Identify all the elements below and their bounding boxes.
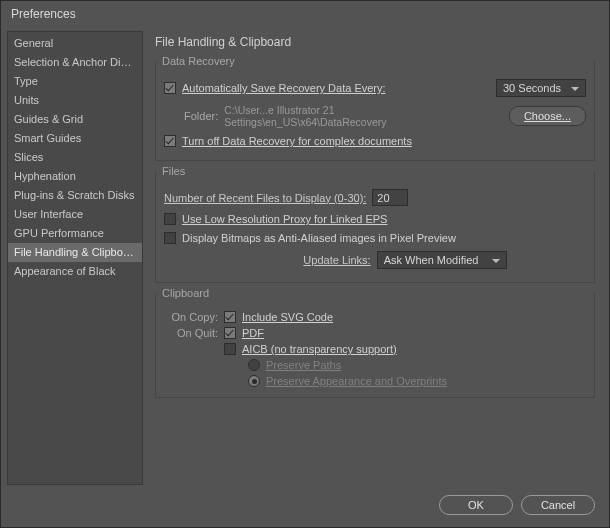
preserve-paths-radio: Preserve Paths [248,359,341,371]
auto-save-checkbox[interactable]: Automatically Save Recovery Data Every: [164,82,386,94]
group-label-data-recovery: Data Recovery [158,55,239,67]
sidebar-item-general[interactable]: General [8,34,142,53]
recent-files-label: Number of Recent Files to Display (0-30)… [164,192,366,204]
group-label-files: Files [158,165,189,177]
sidebar-item-plugins-scratch[interactable]: Plug-ins & Scratch Disks [8,186,142,205]
cancel-button[interactable]: Cancel [521,495,595,515]
sidebar-item-file-handling[interactable]: File Handling & Clipboard [8,243,142,262]
sidebar-item-units[interactable]: Units [8,91,142,110]
ok-button[interactable]: OK [439,495,513,515]
preserve-appearance-label: Preserve Appearance and Overprints [266,375,447,387]
recent-files-input[interactable] [372,189,408,206]
radio-icon [248,359,260,371]
aicb-label: AICB (no transparency support) [242,343,397,355]
recovery-interval-select[interactable]: 30 Seconds [496,79,586,97]
page-title: File Handling & Clipboard [155,35,595,49]
pdf-checkbox[interactable]: PDF [224,327,264,339]
sidebar-item-guides-grid[interactable]: Guides & Grid [8,110,142,129]
sidebar-item-selection-anchor[interactable]: Selection & Anchor Display [8,53,142,72]
update-links-value: Ask When Modified [384,254,479,266]
dialog-footer: OK Cancel [1,485,609,527]
sidebar-item-hyphenation[interactable]: Hyphenation [8,167,142,186]
recovery-interval-value: 30 Seconds [503,82,561,94]
on-copy-label: On Copy: [164,311,218,323]
aicb-checkbox[interactable]: AICB (no transparency support) [224,343,397,355]
update-links-label: Update Links: [303,254,370,266]
window-title: Preferences [11,7,76,21]
turn-off-complex-label: Turn off Data Recovery for complex docum… [182,135,412,147]
checkbox-icon [224,327,236,339]
sidebar-item-gpu[interactable]: GPU Performance [8,224,142,243]
content-area: General Selection & Anchor Display Type … [1,31,609,485]
sidebar-item-user-interface[interactable]: User Interface [8,205,142,224]
checkbox-icon [164,232,176,244]
checkbox-icon [164,213,176,225]
include-svg-label: Include SVG Code [242,311,333,323]
on-quit-label: On Quit: [164,327,218,339]
folder-path: C:\User...e Illustrator 21 Settings\en_U… [224,104,497,128]
group-label-clipboard: Clipboard [158,287,213,299]
bitmaps-antialias-label: Display Bitmaps as Anti-Aliased images i… [182,232,456,244]
low-res-proxy-label: Use Low Resolution Proxy for Linked EPS [182,213,387,225]
group-files: Files Number of Recent Files to Display … [155,171,595,283]
group-data-recovery: Data Recovery Automatically Save Recover… [155,61,595,161]
low-res-proxy-checkbox[interactable]: Use Low Resolution Proxy for Linked EPS [164,213,387,225]
category-sidebar[interactable]: General Selection & Anchor Display Type … [7,31,143,485]
sidebar-item-smart-guides[interactable]: Smart Guides [8,129,142,148]
settings-panel: File Handling & Clipboard Data Recovery … [151,31,599,485]
sidebar-item-type[interactable]: Type [8,72,142,91]
radio-icon [248,375,260,387]
sidebar-item-appearance-black[interactable]: Appearance of Black [8,262,142,281]
titlebar: Preferences [1,1,609,31]
checkbox-icon [164,82,176,94]
checkbox-icon [164,135,176,147]
pdf-label: PDF [242,327,264,339]
preserve-paths-label: Preserve Paths [266,359,341,371]
sidebar-item-slices[interactable]: Slices [8,148,142,167]
update-links-select[interactable]: Ask When Modified [377,251,507,269]
auto-save-label: Automatically Save Recovery Data Every: [182,82,386,94]
include-svg-checkbox[interactable]: Include SVG Code [224,311,333,323]
group-clipboard: Clipboard On Copy: Include SVG Code On Q… [155,293,595,398]
turn-off-complex-checkbox[interactable]: Turn off Data Recovery for complex docum… [164,135,412,147]
preferences-window: Preferences General Selection & Anchor D… [0,0,610,528]
folder-label: Folder: [184,110,218,122]
preserve-appearance-radio: Preserve Appearance and Overprints [248,375,447,387]
checkbox-icon [224,311,236,323]
choose-folder-button[interactable]: Choose... [509,106,586,126]
checkbox-icon [224,343,236,355]
bitmaps-antialias-checkbox[interactable]: Display Bitmaps as Anti-Aliased images i… [164,232,456,244]
